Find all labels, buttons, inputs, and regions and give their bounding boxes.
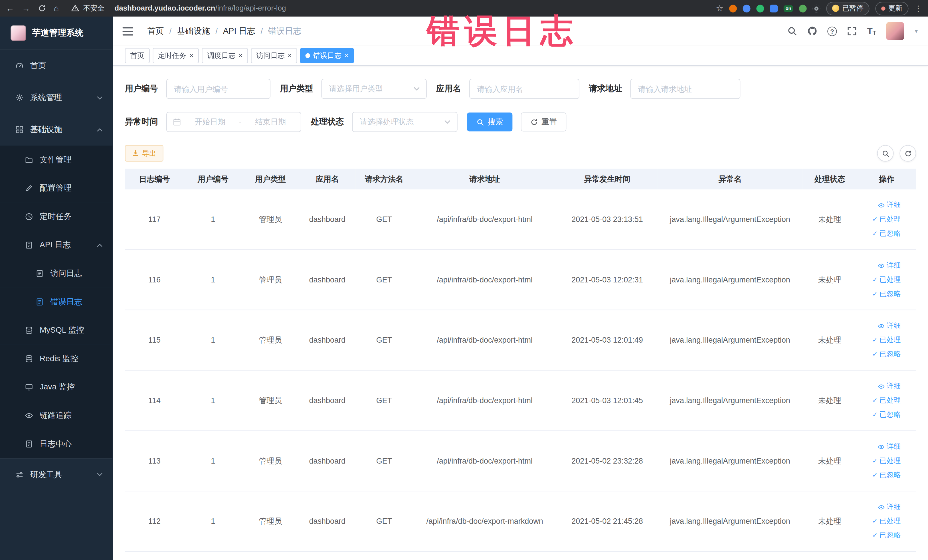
chevron-down-icon[interactable]: ▾ xyxy=(914,27,918,35)
extension-icon[interactable] xyxy=(799,5,807,12)
browser-menu-icon[interactable]: ⋮ xyxy=(914,4,922,12)
search-button[interactable]: 搜索 xyxy=(467,112,513,131)
check-icon: ✓ xyxy=(872,411,878,418)
sidebar-toggle-icon[interactable] xyxy=(122,27,133,35)
mark-ignored-link[interactable]: ✓已忽略 xyxy=(872,530,901,540)
tab-scheduled-tasks[interactable]: 定时任务 × xyxy=(153,48,199,63)
tab-home[interactable]: 首页 xyxy=(125,48,150,63)
breadcrumb-item[interactable]: 基础设施 xyxy=(177,26,210,36)
detail-link[interactable]: 详细 xyxy=(878,261,901,270)
extensions-pin-icon[interactable] xyxy=(812,5,820,12)
github-icon[interactable] xyxy=(807,26,817,36)
tab-schedule-log[interactable]: 调度日志 × xyxy=(202,48,248,63)
eye-icon xyxy=(878,443,885,450)
mark-ignored-link[interactable]: ✓已忽略 xyxy=(872,229,901,238)
sidebar-item-java-monitor[interactable]: Java 监控 xyxy=(0,373,112,401)
mark-ignored-link[interactable]: ✓已忽略 xyxy=(872,349,901,359)
sidebar-item-redis-monitor[interactable]: Redis 监控 xyxy=(0,345,112,373)
extension-on-badge[interactable]: on xyxy=(784,5,793,12)
tab-label: 调度日志 xyxy=(207,50,236,61)
detail-link[interactable]: 详细 xyxy=(878,502,901,512)
sidebar-item-config-mgmt[interactable]: 配置管理 xyxy=(0,174,112,203)
detail-link[interactable]: 详细 xyxy=(878,381,901,391)
sidebar-item-api-logs[interactable]: API 日志 xyxy=(0,231,112,259)
fullscreen-icon[interactable] xyxy=(847,26,857,36)
sidebar-item-scheduled-tasks[interactable]: 定时任务 xyxy=(0,203,112,231)
sidebar-item-access-log[interactable]: 访问日志 xyxy=(0,259,112,288)
tab-error-log[interactable]: 错误日志 × xyxy=(300,48,354,63)
sidebar-item-dev-tools[interactable]: 研发工具 xyxy=(0,458,112,490)
mark-processed-link[interactable]: ✓已处理 xyxy=(872,516,901,526)
extension-icon[interactable] xyxy=(743,5,751,12)
mark-ignored-link[interactable]: ✓已忽略 xyxy=(872,289,901,299)
logo[interactable]: 芋道管理系统 xyxy=(0,17,112,50)
mark-processed-link[interactable]: ✓已处理 xyxy=(872,275,901,285)
sidebar-item-label: 研发工具 xyxy=(30,469,62,480)
sidebar-item-error-log[interactable]: 错误日志 xyxy=(0,288,112,316)
extension-icon[interactable] xyxy=(729,5,737,12)
toggle-search-button[interactable] xyxy=(877,145,894,162)
forward-icon[interactable]: → xyxy=(22,3,30,13)
reset-button[interactable]: 重置 xyxy=(521,112,566,131)
breadcrumb-item[interactable]: 首页 xyxy=(148,26,164,36)
cell-time: 2021-05-03 12:01:49 xyxy=(557,310,658,370)
home-icon[interactable]: ⌂ xyxy=(54,3,59,13)
paused-chip[interactable]: 已暂停 xyxy=(826,2,869,15)
cell-method: GET xyxy=(356,431,412,491)
sidebar-item-tracing[interactable]: 链路追踪 xyxy=(0,401,112,430)
extension-icon[interactable] xyxy=(757,5,764,12)
process-status-select[interactable]: 请选择处理状态 xyxy=(352,112,457,132)
exception-time-range-picker[interactable]: 开始日期 - 结束日期 xyxy=(166,112,301,132)
mark-ignored-link[interactable]: ✓已忽略 xyxy=(872,470,901,480)
table-row: 113 1 管理员 dashboard GET /api/infra/db-do… xyxy=(125,431,916,491)
mark-ignored-link[interactable]: ✓已忽略 xyxy=(872,410,901,420)
avatar[interactable] xyxy=(886,22,905,40)
export-button[interactable]: 导出 xyxy=(125,145,163,162)
detail-link[interactable]: 详细 xyxy=(878,442,901,452)
sidebar-item-mysql-monitor[interactable]: MySQL 监控 xyxy=(0,316,112,345)
document-icon xyxy=(35,269,44,278)
mark-processed-link[interactable]: ✓已处理 xyxy=(872,214,901,224)
close-icon[interactable]: × xyxy=(189,52,194,60)
site-security[interactable]: 不安全 xyxy=(71,3,104,13)
close-icon[interactable]: × xyxy=(288,52,292,60)
breadcrumb: 首页 / 基础设施 / API 日志 / 错误日志 xyxy=(148,26,302,36)
update-button[interactable]: 更新 xyxy=(875,2,908,15)
sidebar-item-file-mgmt[interactable]: 文件管理 xyxy=(0,145,112,174)
close-icon[interactable]: × xyxy=(238,52,243,60)
tab-access-log[interactable]: 访问日志 × xyxy=(251,48,297,63)
mark-processed-link[interactable]: ✓已处理 xyxy=(872,395,901,405)
user-id-input[interactable] xyxy=(166,79,270,99)
cell-app: dashboard xyxy=(299,189,356,249)
breadcrumb-item[interactable]: API 日志 xyxy=(223,26,255,36)
bookmark-star-icon[interactable]: ☆ xyxy=(716,3,723,13)
sidebar-item-label: MySQL 监控 xyxy=(40,325,84,336)
sidebar-item-label: 访问日志 xyxy=(50,268,82,279)
sidebar-item-system-mgmt[interactable]: 系统管理 xyxy=(0,82,112,113)
detail-link[interactable]: 详细 xyxy=(878,200,901,210)
cell-user-type: 管理员 xyxy=(242,371,299,430)
refresh-table-button[interactable] xyxy=(899,145,916,162)
cell-actions: 详细 ✓已处理 ✓已忽略 xyxy=(857,189,916,249)
app-name-input[interactable] xyxy=(469,79,579,99)
sidebar-item-label: Java 监控 xyxy=(40,382,75,392)
folder-icon xyxy=(25,156,33,164)
mark-processed-link[interactable]: ✓已处理 xyxy=(872,335,901,345)
user-type-select[interactable]: 请选择用户类型 xyxy=(322,79,427,99)
sidebar-item-infrastructure[interactable]: 基础设施 xyxy=(0,113,112,145)
cell-user-id: 1 xyxy=(184,250,242,310)
sidebar-item-log-center[interactable]: 日志中心 xyxy=(0,430,112,458)
back-icon[interactable]: ← xyxy=(6,3,14,13)
detail-link[interactable]: 详细 xyxy=(878,321,901,331)
search-icon[interactable] xyxy=(788,26,797,36)
extension-icon[interactable] xyxy=(770,5,778,12)
address-bar[interactable]: dashboard.yudao.iocoder.cn/infra/log/api… xyxy=(114,4,286,12)
reload-icon[interactable] xyxy=(38,4,46,12)
sidebar-item-home[interactable]: 首页 xyxy=(0,50,112,82)
sidebar: 芋道管理系统 首页 系统管理 基础设施 文件管理 配置管理 定时任务 xyxy=(0,17,112,560)
help-icon[interactable]: ? xyxy=(827,26,837,36)
mark-processed-link[interactable]: ✓已处理 xyxy=(872,456,901,466)
close-icon[interactable]: × xyxy=(345,52,349,60)
font-size-icon[interactable]: TT xyxy=(867,26,876,36)
request-url-input[interactable] xyxy=(630,79,740,99)
